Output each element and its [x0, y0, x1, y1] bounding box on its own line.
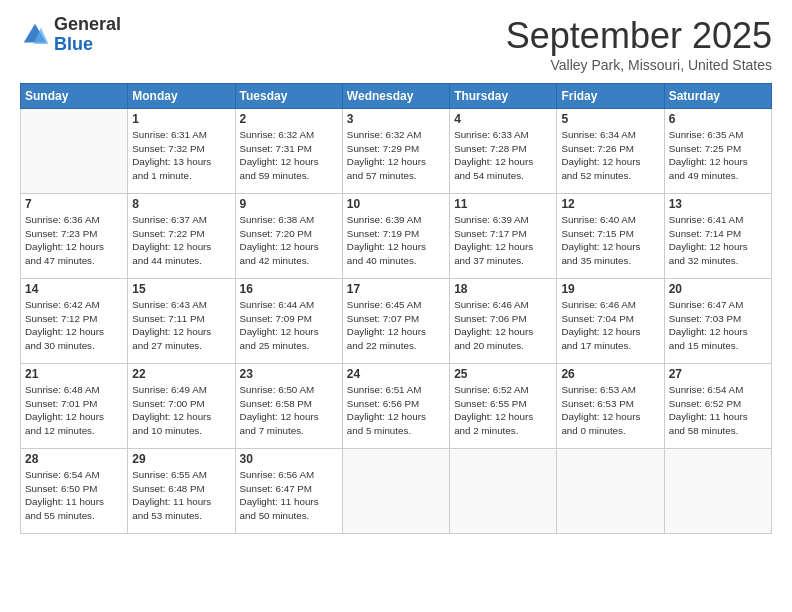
- day-number: 25: [454, 367, 552, 381]
- day-info: Sunrise: 6:50 AM Sunset: 6:58 PM Dayligh…: [240, 383, 338, 438]
- day-info: Sunrise: 6:37 AM Sunset: 7:22 PM Dayligh…: [132, 213, 230, 268]
- calendar-day-cell: 24Sunrise: 6:51 AM Sunset: 6:56 PM Dayli…: [342, 364, 449, 449]
- day-info: Sunrise: 6:49 AM Sunset: 7:00 PM Dayligh…: [132, 383, 230, 438]
- calendar-day-cell: 20Sunrise: 6:47 AM Sunset: 7:03 PM Dayli…: [664, 279, 771, 364]
- page-header: General Blue September 2025 Valley Park,…: [20, 15, 772, 73]
- day-number: 2: [240, 112, 338, 126]
- day-number: 23: [240, 367, 338, 381]
- calendar-week-row: 21Sunrise: 6:48 AM Sunset: 7:01 PM Dayli…: [21, 364, 772, 449]
- day-number: 18: [454, 282, 552, 296]
- calendar-day-cell: 4Sunrise: 6:33 AM Sunset: 7:28 PM Daylig…: [450, 109, 557, 194]
- weekday-header: Friday: [557, 84, 664, 109]
- calendar-day-cell: 22Sunrise: 6:49 AM Sunset: 7:00 PM Dayli…: [128, 364, 235, 449]
- day-info: Sunrise: 6:45 AM Sunset: 7:07 PM Dayligh…: [347, 298, 445, 353]
- day-info: Sunrise: 6:46 AM Sunset: 7:06 PM Dayligh…: [454, 298, 552, 353]
- day-number: 16: [240, 282, 338, 296]
- calendar-day-cell: 13Sunrise: 6:41 AM Sunset: 7:14 PM Dayli…: [664, 194, 771, 279]
- day-number: 15: [132, 282, 230, 296]
- calendar-day-cell: 25Sunrise: 6:52 AM Sunset: 6:55 PM Dayli…: [450, 364, 557, 449]
- calendar-week-row: 14Sunrise: 6:42 AM Sunset: 7:12 PM Dayli…: [21, 279, 772, 364]
- day-info: Sunrise: 6:51 AM Sunset: 6:56 PM Dayligh…: [347, 383, 445, 438]
- calendar-day-cell: 1Sunrise: 6:31 AM Sunset: 7:32 PM Daylig…: [128, 109, 235, 194]
- title-area: September 2025 Valley Park, Missouri, Un…: [506, 15, 772, 73]
- day-number: 12: [561, 197, 659, 211]
- weekday-header: Thursday: [450, 84, 557, 109]
- weekday-header: Sunday: [21, 84, 128, 109]
- calendar-header-row: SundayMondayTuesdayWednesdayThursdayFrid…: [21, 84, 772, 109]
- day-number: 10: [347, 197, 445, 211]
- weekday-header: Saturday: [664, 84, 771, 109]
- day-info: Sunrise: 6:35 AM Sunset: 7:25 PM Dayligh…: [669, 128, 767, 183]
- day-number: 28: [25, 452, 123, 466]
- location: Valley Park, Missouri, United States: [506, 57, 772, 73]
- calendar-day-cell: 16Sunrise: 6:44 AM Sunset: 7:09 PM Dayli…: [235, 279, 342, 364]
- calendar-day-cell: 12Sunrise: 6:40 AM Sunset: 7:15 PM Dayli…: [557, 194, 664, 279]
- day-info: Sunrise: 6:47 AM Sunset: 7:03 PM Dayligh…: [669, 298, 767, 353]
- day-number: 14: [25, 282, 123, 296]
- calendar-day-cell: [342, 449, 449, 534]
- day-number: 6: [669, 112, 767, 126]
- day-number: 21: [25, 367, 123, 381]
- calendar-day-cell: 6Sunrise: 6:35 AM Sunset: 7:25 PM Daylig…: [664, 109, 771, 194]
- day-number: 27: [669, 367, 767, 381]
- calendar-day-cell: 30Sunrise: 6:56 AM Sunset: 6:47 PM Dayli…: [235, 449, 342, 534]
- calendar-day-cell: 8Sunrise: 6:37 AM Sunset: 7:22 PM Daylig…: [128, 194, 235, 279]
- calendar-day-cell: 21Sunrise: 6:48 AM Sunset: 7:01 PM Dayli…: [21, 364, 128, 449]
- calendar-day-cell: 5Sunrise: 6:34 AM Sunset: 7:26 PM Daylig…: [557, 109, 664, 194]
- day-info: Sunrise: 6:36 AM Sunset: 7:23 PM Dayligh…: [25, 213, 123, 268]
- calendar-day-cell: 27Sunrise: 6:54 AM Sunset: 6:52 PM Dayli…: [664, 364, 771, 449]
- calendar-day-cell: 29Sunrise: 6:55 AM Sunset: 6:48 PM Dayli…: [128, 449, 235, 534]
- calendar-day-cell: 19Sunrise: 6:46 AM Sunset: 7:04 PM Dayli…: [557, 279, 664, 364]
- day-number: 19: [561, 282, 659, 296]
- day-number: 17: [347, 282, 445, 296]
- logo-text: General Blue: [54, 15, 121, 55]
- day-info: Sunrise: 6:31 AM Sunset: 7:32 PM Dayligh…: [132, 128, 230, 183]
- day-info: Sunrise: 6:42 AM Sunset: 7:12 PM Dayligh…: [25, 298, 123, 353]
- day-number: 20: [669, 282, 767, 296]
- calendar-day-cell: [557, 449, 664, 534]
- day-number: 4: [454, 112, 552, 126]
- day-number: 9: [240, 197, 338, 211]
- calendar-day-cell: 7Sunrise: 6:36 AM Sunset: 7:23 PM Daylig…: [21, 194, 128, 279]
- logo-icon: [20, 20, 50, 50]
- day-number: 29: [132, 452, 230, 466]
- calendar-day-cell: [21, 109, 128, 194]
- calendar-table: SundayMondayTuesdayWednesdayThursdayFrid…: [20, 83, 772, 534]
- calendar-day-cell: 11Sunrise: 6:39 AM Sunset: 7:17 PM Dayli…: [450, 194, 557, 279]
- calendar-day-cell: 26Sunrise: 6:53 AM Sunset: 6:53 PM Dayli…: [557, 364, 664, 449]
- day-number: 11: [454, 197, 552, 211]
- calendar-day-cell: 10Sunrise: 6:39 AM Sunset: 7:19 PM Dayli…: [342, 194, 449, 279]
- day-info: Sunrise: 6:38 AM Sunset: 7:20 PM Dayligh…: [240, 213, 338, 268]
- day-info: Sunrise: 6:41 AM Sunset: 7:14 PM Dayligh…: [669, 213, 767, 268]
- calendar-day-cell: 2Sunrise: 6:32 AM Sunset: 7:31 PM Daylig…: [235, 109, 342, 194]
- calendar-day-cell: [450, 449, 557, 534]
- day-info: Sunrise: 6:32 AM Sunset: 7:29 PM Dayligh…: [347, 128, 445, 183]
- day-info: Sunrise: 6:40 AM Sunset: 7:15 PM Dayligh…: [561, 213, 659, 268]
- day-info: Sunrise: 6:34 AM Sunset: 7:26 PM Dayligh…: [561, 128, 659, 183]
- day-info: Sunrise: 6:48 AM Sunset: 7:01 PM Dayligh…: [25, 383, 123, 438]
- day-number: 1: [132, 112, 230, 126]
- calendar-week-row: 28Sunrise: 6:54 AM Sunset: 6:50 PM Dayli…: [21, 449, 772, 534]
- day-number: 7: [25, 197, 123, 211]
- weekday-header: Tuesday: [235, 84, 342, 109]
- weekday-header: Monday: [128, 84, 235, 109]
- day-info: Sunrise: 6:44 AM Sunset: 7:09 PM Dayligh…: [240, 298, 338, 353]
- day-number: 13: [669, 197, 767, 211]
- day-info: Sunrise: 6:54 AM Sunset: 6:50 PM Dayligh…: [25, 468, 123, 523]
- calendar-day-cell: 15Sunrise: 6:43 AM Sunset: 7:11 PM Dayli…: [128, 279, 235, 364]
- day-info: Sunrise: 6:39 AM Sunset: 7:19 PM Dayligh…: [347, 213, 445, 268]
- calendar-week-row: 7Sunrise: 6:36 AM Sunset: 7:23 PM Daylig…: [21, 194, 772, 279]
- day-info: Sunrise: 6:32 AM Sunset: 7:31 PM Dayligh…: [240, 128, 338, 183]
- day-info: Sunrise: 6:39 AM Sunset: 7:17 PM Dayligh…: [454, 213, 552, 268]
- calendar-day-cell: 23Sunrise: 6:50 AM Sunset: 6:58 PM Dayli…: [235, 364, 342, 449]
- day-number: 30: [240, 452, 338, 466]
- calendar-day-cell: 18Sunrise: 6:46 AM Sunset: 7:06 PM Dayli…: [450, 279, 557, 364]
- logo: General Blue: [20, 15, 121, 55]
- calendar-day-cell: 14Sunrise: 6:42 AM Sunset: 7:12 PM Dayli…: [21, 279, 128, 364]
- day-number: 22: [132, 367, 230, 381]
- day-info: Sunrise: 6:55 AM Sunset: 6:48 PM Dayligh…: [132, 468, 230, 523]
- day-number: 8: [132, 197, 230, 211]
- day-number: 26: [561, 367, 659, 381]
- day-info: Sunrise: 6:53 AM Sunset: 6:53 PM Dayligh…: [561, 383, 659, 438]
- calendar-day-cell: 28Sunrise: 6:54 AM Sunset: 6:50 PM Dayli…: [21, 449, 128, 534]
